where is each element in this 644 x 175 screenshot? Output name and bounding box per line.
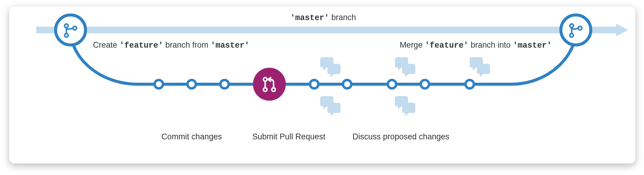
create-branch-label: Create 'feature' branch from 'master' — [93, 40, 249, 50]
merge-branch-label: Merge 'feature' branch into 'master' — [400, 40, 552, 50]
discussion-icon — [395, 96, 415, 116]
commit-dot — [187, 80, 196, 88]
svg-point-12 — [187, 80, 196, 88]
discussion-icon — [395, 57, 415, 77]
svg-point-18 — [310, 80, 318, 88]
code-text: 'feature' — [120, 41, 163, 50]
svg-point-14 — [253, 68, 286, 101]
commit-dot — [466, 80, 474, 88]
git-flow-diagram-card: 'master' branch Create 'feature' branch … — [9, 6, 636, 164]
commit-changes-label: Commit changes — [161, 132, 222, 141]
discussion-icon — [320, 96, 341, 116]
svg-marker-2 — [616, 24, 628, 36]
code-text: 'master' — [290, 13, 329, 22]
svg-point-13 — [220, 80, 229, 88]
svg-point-11 — [155, 80, 163, 88]
commit-dot — [421, 80, 429, 88]
commit-dot — [343, 80, 351, 88]
commit-dot — [388, 80, 396, 88]
git-branch-start-node — [56, 15, 86, 45]
discuss-changes-label: Discuss proposed changes — [352, 132, 449, 141]
master-branch-arrow — [36, 24, 628, 36]
commit-dot — [310, 80, 318, 88]
plain-text: branch — [331, 13, 356, 22]
code-text: 'feature' — [425, 41, 468, 50]
code-text: 'master' — [513, 41, 552, 50]
pull-request-node — [253, 68, 286, 101]
code-text: 'master' — [210, 41, 249, 50]
commit-dot — [220, 80, 229, 88]
commit-dot — [155, 80, 163, 88]
svg-rect-1 — [36, 27, 616, 33]
svg-point-20 — [388, 80, 396, 88]
git-merge-end-node — [561, 15, 591, 45]
discussion-icon — [470, 57, 490, 77]
submit-pr-label: Submit Pull Request — [252, 132, 326, 141]
svg-point-21 — [421, 80, 429, 88]
svg-point-22 — [466, 80, 474, 88]
svg-point-19 — [343, 80, 351, 88]
plain-text: branch from — [165, 40, 208, 49]
plain-text: Create — [93, 40, 117, 49]
svg-point-7 — [561, 15, 591, 45]
discussion-icon — [320, 57, 341, 77]
plain-text: Merge — [400, 40, 423, 49]
svg-point-3 — [56, 15, 86, 45]
master-branch-label: 'master' branch — [290, 13, 356, 22]
plain-text: branch into — [471, 40, 511, 49]
